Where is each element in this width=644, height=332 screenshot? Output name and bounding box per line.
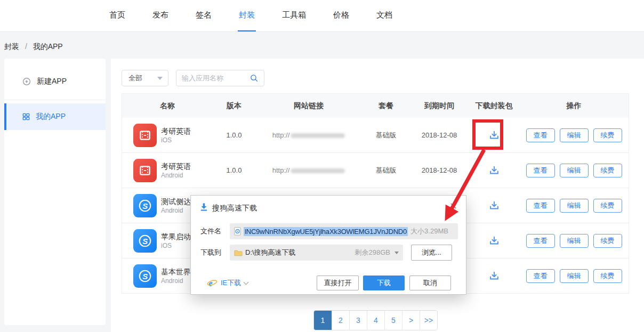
app-platform: Android	[161, 277, 191, 285]
view-button[interactable]: 查看	[526, 164, 555, 177]
app-platform: Android	[161, 206, 191, 215]
renew-button[interactable]: 续费	[593, 269, 622, 283]
app-expiry: 2018-12-08	[410, 166, 469, 174]
svg-text:S: S	[142, 201, 148, 210]
table-row: 考研英语 iOS 1.0.0 http:// 基础版 2018-12-08	[122, 118, 629, 153]
blurred-url	[291, 133, 345, 138]
sidebar-item-new-app[interactable]: 新建APP	[4, 63, 106, 100]
movie-app-icon	[133, 124, 157, 147]
nav-item-sign[interactable]: 签名	[195, 0, 213, 31]
app-name: 考研英语	[161, 161, 191, 171]
app-platform: Android	[161, 171, 191, 180]
edit-button[interactable]: 编辑	[560, 269, 589, 283]
app-window: 首页 发布 签名 封装 工具箱 价格 文档 封装 / 我的APP 新建APP	[0, 0, 644, 332]
sogou-download-dialog: 搜狗高速下载 ✕ 文件名 lNC9wNnRNbXgwUE5jYjlhaXk3OW…	[190, 195, 466, 295]
top-nav: 首页 发布 签名 封装 工具箱 价格 文档	[0, 0, 644, 32]
breadcrumb-section[interactable]: 封装	[4, 42, 19, 51]
path-label: 下载到	[200, 245, 221, 261]
file-icon	[234, 227, 241, 236]
view-button[interactable]: 查看	[526, 128, 555, 142]
app-platform: iOS	[161, 241, 191, 250]
app-url: http://	[255, 166, 362, 174]
edit-button[interactable]: 编辑	[560, 128, 589, 142]
nav-item-docs[interactable]: 文档	[375, 0, 393, 31]
download-package-button[interactable]	[469, 270, 519, 282]
view-button[interactable]: 查看	[526, 199, 555, 213]
download-package-button[interactable]	[469, 235, 519, 247]
nav-item-home[interactable]: 首页	[108, 0, 126, 31]
folder-icon	[234, 249, 243, 256]
highlight-red-box	[472, 119, 503, 150]
page-last[interactable]: >>	[420, 311, 437, 330]
search-box	[176, 70, 264, 86]
sidebar-item-label: 我的APP	[36, 112, 66, 122]
download-icon	[488, 270, 500, 282]
app-plan: 基础版	[362, 131, 410, 140]
page-1[interactable]: 1	[314, 311, 332, 330]
app-version: 1.0.0	[213, 131, 255, 139]
page-5[interactable]: 5	[384, 311, 402, 330]
app-name: 基本世界	[161, 267, 191, 277]
search-input[interactable]	[182, 74, 249, 82]
caret-down-icon	[395, 252, 399, 254]
ie-download-label: IE下载	[221, 278, 241, 288]
ie-download-link[interactable]: e IE下载	[207, 276, 248, 290]
browse-button[interactable]: 浏览...	[411, 245, 452, 261]
svg-text:S: S	[142, 236, 148, 245]
open-direct-button[interactable]: 直接打开	[317, 276, 359, 290]
app-version: 1.0.0	[213, 166, 255, 174]
nav-item-price[interactable]: 价格	[332, 0, 350, 31]
download-path-field[interactable]: D:\搜狗高速下载 剩余298GB	[230, 245, 403, 261]
plus-circle-icon	[22, 77, 31, 86]
sidebar-item-my-app[interactable]: 我的APP	[4, 103, 106, 130]
sogou-app-icon: S	[133, 229, 157, 253]
download-icon	[488, 235, 500, 247]
close-icon[interactable]: ✕	[449, 200, 457, 212]
nav-item-publish[interactable]: 发布	[151, 0, 170, 31]
breadcrumb: 封装 / 我的APP	[4, 42, 63, 52]
sidebar: 新建APP 我的APP	[4, 59, 106, 325]
renew-button[interactable]: 续费	[593, 128, 622, 142]
download-icon	[199, 203, 208, 212]
file-size: 大小3.29MB	[410, 226, 448, 236]
col-header-expiry: 到期时间	[410, 101, 469, 111]
page-3[interactable]: 3	[349, 311, 367, 330]
free-space: 剩余298GB	[355, 248, 390, 257]
renew-button[interactable]: 续费	[593, 234, 622, 248]
ie-icon: e	[207, 278, 218, 288]
col-header-url: 网站链接	[255, 101, 362, 111]
filename-label: 文件名	[200, 223, 221, 239]
col-header-download: 下载封装包	[469, 101, 519, 111]
category-dropdown[interactable]: 全部	[122, 70, 168, 86]
category-dropdown-value: 全部	[128, 74, 142, 83]
sidebar-item-label: 新建APP	[37, 77, 67, 86]
download-path-value: D:\搜狗高速下载	[245, 248, 296, 257]
app-platform: iOS	[161, 136, 191, 144]
nav-item-toolbox[interactable]: 工具箱	[281, 0, 307, 31]
cancel-button[interactable]: 取消	[409, 276, 451, 290]
edit-button[interactable]: 编辑	[560, 199, 589, 213]
app-name: 苹果启动	[161, 232, 191, 241]
download-button[interactable]: 下载	[363, 276, 405, 290]
download-package-button[interactable]	[469, 165, 519, 176]
page-2[interactable]: 2	[332, 311, 349, 330]
sogou-app-icon: S	[133, 264, 157, 288]
pagination: 1 2 3 4 5 > >>	[313, 310, 438, 330]
renew-button[interactable]: 续费	[593, 164, 622, 177]
nav-item-package[interactable]: 封装	[238, 0, 256, 31]
svg-text:S: S	[142, 271, 148, 280]
edit-button[interactable]: 编辑	[560, 164, 589, 177]
filename-field[interactable]: lNC9wNnRNbXgwUE5jYjlhaXk3OWlEMG1JVnJDND0…	[230, 223, 458, 239]
search-icon[interactable]	[249, 74, 259, 83]
renew-button[interactable]: 续费	[593, 199, 622, 213]
view-button[interactable]: 查看	[526, 269, 555, 283]
edit-button[interactable]: 编辑	[560, 234, 589, 248]
page-next[interactable]: >	[402, 311, 420, 330]
download-package-button[interactable]	[469, 200, 519, 212]
view-button[interactable]: 查看	[526, 234, 555, 248]
page-4[interactable]: 4	[367, 311, 384, 330]
blurred-url	[291, 168, 345, 173]
app-expiry: 2018-12-08	[410, 131, 469, 139]
table-row: 考研英语 Android 1.0.0 http:// 基础版 2018-12-0…	[122, 153, 629, 188]
grid-icon	[22, 112, 30, 121]
